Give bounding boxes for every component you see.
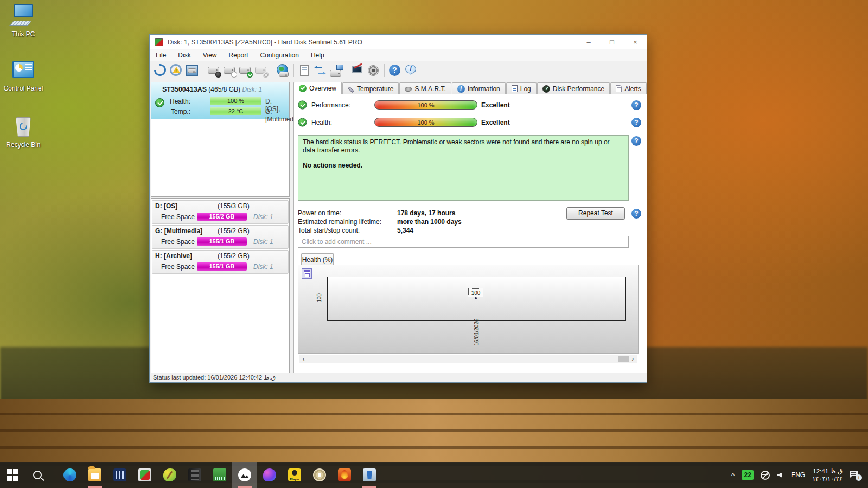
partition-item-h[interactable]: H: [Archive] (155/2 GB) Free Space 155/1… bbox=[152, 250, 289, 274]
paint3d-icon bbox=[263, 468, 276, 481]
help-icon[interactable]: ? bbox=[388, 63, 403, 78]
thermometer-icon bbox=[348, 86, 354, 93]
health-label: Health: bbox=[311, 119, 332, 126]
toolbar-separator bbox=[347, 64, 347, 77]
taskbar-recycle-app[interactable] bbox=[357, 462, 382, 488]
y-axis-tick: 100 bbox=[316, 293, 322, 303]
scroll-left-icon[interactable]: ‹ bbox=[299, 355, 308, 363]
taskbar-paint3d[interactable] bbox=[257, 462, 282, 488]
performance-ok-icon bbox=[298, 100, 307, 109]
network-disk-icon[interactable] bbox=[329, 63, 343, 78]
comment-input[interactable] bbox=[298, 236, 629, 248]
toolbar-separator bbox=[272, 64, 272, 77]
partition-item-d[interactable]: D: [OS] (155/3 GB) Free Space 155/2 GB D… bbox=[152, 200, 289, 224]
tab-smart[interactable]: S.M.A.R.T. bbox=[399, 82, 451, 94]
remote-monitor-icon[interactable] bbox=[350, 63, 365, 78]
tab-temperature[interactable]: Temperature bbox=[342, 82, 399, 94]
repeat-test-help-icon[interactable]: ? bbox=[631, 209, 641, 219]
tab-log[interactable]: Log bbox=[506, 82, 537, 94]
performance-help-icon[interactable]: ? bbox=[631, 100, 641, 110]
taskbar-burn-app[interactable] bbox=[332, 462, 357, 488]
scroll-right-icon[interactable]: › bbox=[629, 355, 637, 363]
tray-clock[interactable]: ق.ظ 12:41 ۱۴۰۴/۱۰/۲۶ bbox=[812, 467, 843, 483]
save-chart-icon[interactable] bbox=[302, 268, 312, 279]
disk-extended-test-icon[interactable] bbox=[222, 63, 237, 78]
disk-health-ok-icon[interactable] bbox=[238, 63, 253, 78]
data-point-marker bbox=[475, 297, 477, 299]
device-app-icon bbox=[188, 468, 201, 481]
status-help-icon[interactable]: ? bbox=[631, 136, 641, 146]
temp-label: Temp.: bbox=[171, 108, 190, 115]
health-bar: 100 % bbox=[210, 97, 261, 105]
maximize-button[interactable]: □ bbox=[602, 35, 622, 49]
desktop-icon-recycle-bin[interactable]: Recycle Bin bbox=[0, 115, 47, 149]
power-on-time-label: Power on time: bbox=[298, 209, 341, 217]
desktop-icon-this-pc[interactable]: This PC bbox=[0, 4, 47, 38]
desktop-icon-control-panel[interactable]: Control Panel bbox=[0, 59, 47, 92]
taskbar-device-app[interactable] bbox=[182, 462, 207, 488]
partition-size: (155/2 GB) bbox=[218, 252, 250, 260]
sync-icon[interactable] bbox=[313, 63, 328, 78]
free-space-label: Free Space bbox=[161, 238, 195, 246]
close-button[interactable]: × bbox=[626, 35, 645, 49]
tab-alerts[interactable]: Alerts bbox=[610, 82, 647, 94]
scrollbar-thumb[interactable] bbox=[618, 356, 629, 362]
menu-help[interactable]: Help bbox=[305, 50, 330, 61]
report-icon[interactable] bbox=[297, 63, 312, 78]
tab-overview[interactable]: Overview bbox=[293, 82, 342, 94]
taskbar-player[interactable] bbox=[282, 462, 307, 488]
language-indicator[interactable]: ENG bbox=[791, 471, 805, 479]
taskbar-photos-active[interactable] bbox=[232, 462, 257, 488]
free-space-bar: 155/2 GB bbox=[197, 213, 247, 221]
disk-short-test-icon[interactable] bbox=[207, 63, 221, 78]
chart-scrollbar[interactable]: ‹ › bbox=[299, 355, 637, 363]
data-point-label: 100 bbox=[468, 288, 483, 297]
desktop-icon-label: Recycle Bin bbox=[0, 141, 47, 149]
sound-settings-icon[interactable] bbox=[366, 63, 381, 78]
start-button[interactable] bbox=[0, 462, 25, 488]
taskbar-edge[interactable] bbox=[58, 462, 82, 488]
tab-disk-performance[interactable]: Disk Performance bbox=[537, 82, 610, 94]
disk-list-item-selected[interactable]: ST3500413AS (465/8 GB) Disk: 1 Health: 1… bbox=[151, 82, 289, 119]
minimize-button[interactable]: – bbox=[579, 35, 598, 49]
app-icon bbox=[113, 468, 126, 481]
health-graph-tab[interactable]: Health (%) bbox=[301, 253, 334, 265]
health-help-icon[interactable]: ? bbox=[631, 118, 641, 127]
online-update-icon[interactable] bbox=[276, 63, 290, 78]
taskbar-hdsentinel[interactable] bbox=[132, 462, 157, 488]
taskbar-hardware-app[interactable] bbox=[207, 462, 232, 488]
start-stop-count-value: 5,344 bbox=[397, 227, 413, 234]
menu-report[interactable]: Report bbox=[222, 50, 254, 61]
taskbar-search-button[interactable] bbox=[25, 462, 50, 488]
disc-icon bbox=[313, 468, 326, 481]
refresh-icon[interactable] bbox=[154, 63, 168, 78]
titlebar[interactable]: Disk: 1, ST3500413AS [Z2A5NRC0] - Hard D… bbox=[150, 35, 647, 49]
partition-item-g[interactable]: G: [Multimedia] (155/2 GB) Free Space 15… bbox=[152, 225, 289, 249]
disk-detect-icon[interactable] bbox=[185, 63, 200, 78]
performance-label: Performance: bbox=[311, 101, 350, 109]
health-meter: 100 % bbox=[374, 118, 477, 127]
tab-information[interactable]: iInformation bbox=[452, 82, 506, 94]
disk-warning-refresh-icon[interactable] bbox=[169, 63, 184, 78]
menu-disk[interactable]: Disk bbox=[172, 50, 196, 61]
network-globe-icon[interactable] bbox=[761, 471, 770, 480]
menu-configuration[interactable]: Configuration bbox=[254, 50, 305, 61]
action-center-icon[interactable]: i bbox=[850, 470, 860, 480]
hard-disk-sentinel-icon bbox=[138, 468, 151, 481]
desktop-icon-label: Control Panel bbox=[0, 85, 47, 92]
repeat-test-button[interactable]: Repeat Test bbox=[566, 207, 625, 220]
health-chart-panel: 100 100 16/01/2026 bbox=[298, 265, 639, 354]
x-axis-tick: 16/01/2026 bbox=[474, 317, 480, 348]
taskbar-paint-app[interactable] bbox=[157, 462, 182, 488]
temp-bar: 22 °C bbox=[210, 107, 261, 115]
volume-icon[interactable] bbox=[777, 473, 782, 478]
taskbar-disc-app[interactable] bbox=[307, 462, 332, 488]
menu-file[interactable]: File bbox=[152, 50, 172, 61]
tray-expand-icon[interactable]: ^ bbox=[731, 471, 735, 479]
taskbar-app-bars[interactable] bbox=[107, 462, 132, 488]
menu-view[interactable]: View bbox=[197, 50, 223, 61]
hdsentinel-temp-badge[interactable]: 22 bbox=[742, 470, 754, 480]
about-info-icon[interactable]: i bbox=[404, 63, 418, 78]
taskbar-file-explorer[interactable] bbox=[82, 462, 107, 488]
disk-surface-scan-icon[interactable] bbox=[254, 63, 269, 78]
